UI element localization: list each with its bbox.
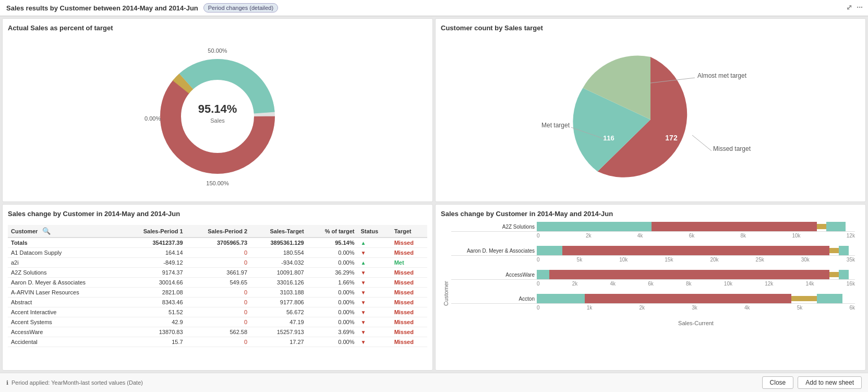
row-customer: Accent Systems <box>8 317 122 327</box>
top-panels: Actual Sales as percent of target <box>0 16 868 204</box>
bar-label: Accton <box>451 296 535 302</box>
row-customer: Aaron D. Meyer & Associates <box>8 278 122 288</box>
row-pct: 36.29% <box>307 268 358 278</box>
table-row: Abstract 8343.46 0 9177.806 0.00% ▼ Miss… <box>8 298 427 307</box>
row-period1: 51.52 <box>122 307 186 317</box>
pie-chart: Almost met target Met target Missed targ… <box>520 36 781 203</box>
totals-status: Missed <box>391 237 427 248</box>
sales-table: Customer 🔍 Sales-Period 1 Sales-Period 2… <box>8 225 427 347</box>
x-axis-label: Sales-Current <box>451 320 855 326</box>
svg-line-16 <box>692 135 712 151</box>
col-pct: % of target <box>307 225 358 237</box>
svg-text:150.00%: 150.00% <box>206 180 229 186</box>
footer-left: ℹ Period applied: YearMonth-last sorted … <box>6 379 143 386</box>
row-customer: Accidental <box>8 337 122 347</box>
row-period2: 3661.97 <box>186 268 251 278</box>
bar-row: AccessWare <box>451 270 855 279</box>
donut-chart-container: 95.14% Sales 100.00% 50.00% 0.00% 150.00… <box>8 36 427 196</box>
bar-group: AccessWare 02k4k6k8k10k12k14k16k <box>451 270 855 289</box>
table-wrapper[interactable]: Customer 🔍 Sales-Period 1 Sales-Period 2… <box>8 225 427 365</box>
row-status: Missed <box>391 337 427 347</box>
svg-text:116: 116 <box>603 134 614 142</box>
add-to-sheet-button[interactable]: Add to new sheet <box>798 376 862 389</box>
row-status: Missed <box>391 317 427 327</box>
bar-track <box>537 294 855 303</box>
customer-count-title: Customer count by Sales target <box>441 24 860 32</box>
bar-row: A2Z Solutions <box>451 222 855 231</box>
row-period2: 562.58 <box>186 327 251 337</box>
table-row: Aaron D. Meyer & Associates 30014.66 549… <box>8 278 427 288</box>
bar-group: Accton 01k2k3k4k5k6k <box>451 294 855 313</box>
row-period1: 13870.83 <box>122 327 186 337</box>
totals-row: Totals 3541237.39 3705965.73 3895361.129… <box>8 237 427 248</box>
row-period2: 0 <box>186 248 251 258</box>
col-target: Sales-Target <box>250 225 307 237</box>
row-target: 180.554 <box>250 248 307 258</box>
row-target: 10091.807 <box>250 268 307 278</box>
row-customer: A-ARVIN Laser Resources <box>8 288 122 298</box>
sales-table-panel: Sales change by Customer in 2014-May and… <box>2 204 433 371</box>
row-target: -934.032 <box>250 258 307 268</box>
bar-chart-panel: Sales change by Customer in 2014-May and… <box>435 204 866 371</box>
row-period2: 0 <box>186 258 251 268</box>
close-button[interactable]: Close <box>762 376 794 389</box>
corner-icons: ⤢ ··· <box>846 3 863 11</box>
row-status: Missed <box>391 327 427 337</box>
period-info: Period applied: YearMonth-last sorted va… <box>11 379 143 386</box>
row-period1: 8343.46 <box>122 298 186 307</box>
bar-track <box>537 270 855 279</box>
table-row: a2i -849.12 0 -934.032 0.00% ▲ Met <box>8 258 427 268</box>
bar-label: A2Z Solutions <box>451 224 535 230</box>
table-row: A2Z Solutions 9174.37 3661.97 10091.807 … <box>8 268 427 278</box>
actual-sales-panel: Actual Sales as percent of target <box>2 18 433 202</box>
svg-text:Met target: Met target <box>541 122 570 129</box>
row-customer: AccessWare <box>8 327 122 337</box>
row-target: 9177.806 <box>250 298 307 307</box>
row-status: Missed <box>391 307 427 317</box>
col-period1: Sales-Period 1 <box>122 225 186 237</box>
row-period1: 164.14 <box>122 248 186 258</box>
table-row: Accidental 15.7 0 17.27 0.00% ▼ Missed <box>8 337 427 347</box>
bar-row: Accton <box>451 294 855 303</box>
bar-track <box>537 222 855 231</box>
row-period2: 0 <box>186 317 251 327</box>
row-status: Missed <box>391 248 427 258</box>
svg-text:Almost met target: Almost met target <box>697 72 747 79</box>
totals-target: 3895361.129 <box>250 237 307 248</box>
col-status: Status <box>357 225 391 237</box>
totals-arrow: ▲ <box>357 237 391 248</box>
table-row: A1 Datacom Supply 164.14 0 180.554 0.00%… <box>8 248 427 258</box>
title-bar: Sales results by Customer between 2014-M… <box>0 0 868 16</box>
pie-chart-container: Almost met target Met target Missed targ… <box>441 36 860 203</box>
donut-chart: 95.14% Sales 100.00% 50.00% 0.00% 150.00… <box>144 43 291 189</box>
row-pct: 1.66% <box>307 278 358 288</box>
row-target: 17.27 <box>250 337 307 347</box>
row-target: 47.19 <box>250 317 307 327</box>
bar-chart-title: Sales change by Customer in 2014-May and… <box>441 210 860 218</box>
more-icon[interactable]: ··· <box>857 3 863 11</box>
row-period2: 0 <box>186 288 251 298</box>
row-pct: 0.00% <box>307 248 358 258</box>
page-title: Sales results by Customer between 2014-M… <box>6 4 198 12</box>
row-pct: 3.69% <box>307 327 358 337</box>
row-customer: a2i <box>8 258 122 268</box>
svg-text:Sales: Sales <box>210 117 225 124</box>
row-target: 33016.126 <box>250 278 307 288</box>
row-arrow: ▼ <box>357 278 391 288</box>
period-badge[interactable]: Period changes (detailed) <box>203 3 278 13</box>
row-pct: 0.00% <box>307 317 358 327</box>
totals-period1: 3541237.39 <box>122 237 186 248</box>
row-arrow: ▼ <box>357 317 391 327</box>
row-period2: 549.65 <box>186 278 251 288</box>
totals-pct: 95.14% <box>307 237 358 248</box>
row-customer: Accent Interactive <box>8 307 122 317</box>
actual-sales-title: Actual Sales as percent of target <box>8 24 427 32</box>
row-arrow: ▼ <box>357 288 391 298</box>
row-pct: 0.00% <box>307 288 358 298</box>
search-icon[interactable]: 🔍 <box>42 227 51 235</box>
row-status: Missed <box>391 268 427 278</box>
sales-table-title: Sales change by Customer in 2014-May and… <box>8 210 180 218</box>
row-target: 56.672 <box>250 307 307 317</box>
svg-point-4 <box>182 81 253 152</box>
minimize-icon[interactable]: ⤢ <box>846 3 852 11</box>
